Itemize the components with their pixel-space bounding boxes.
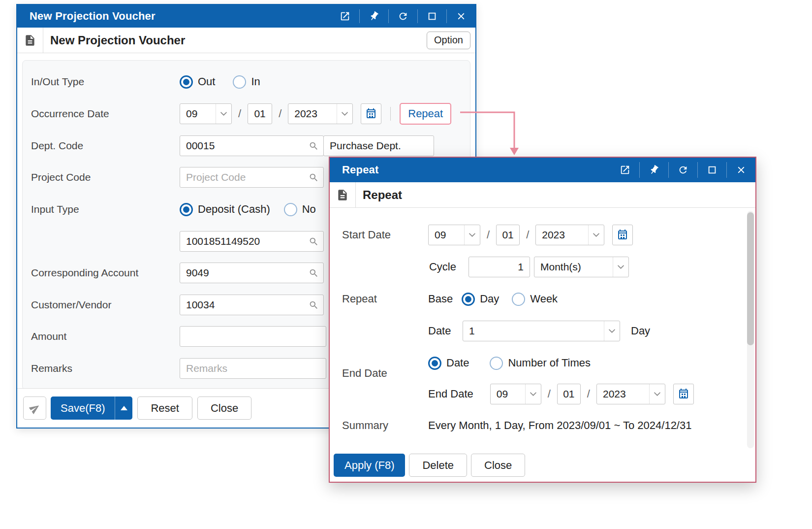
date-separator: / bbox=[487, 229, 490, 241]
remarks-placeholder: Remarks bbox=[186, 363, 227, 374]
apply-button[interactable]: Apply (F8) bbox=[334, 454, 405, 477]
occurrence-month-select[interactable]: 09 bbox=[180, 103, 232, 124]
date-separator: / bbox=[587, 388, 590, 400]
search-icon[interactable] bbox=[304, 141, 323, 151]
input-type-row: Input Type Deposit (Cash) No bbox=[31, 199, 316, 220]
search-icon[interactable] bbox=[304, 172, 323, 183]
end-month-value: 09 bbox=[491, 388, 525, 400]
occurrence-day-input[interactable]: 01 bbox=[248, 103, 272, 124]
voucher-close-button[interactable]: Close bbox=[197, 397, 251, 420]
reset-button[interactable]: Reset bbox=[137, 397, 192, 420]
project-code-input[interactable]: Project Code bbox=[180, 167, 324, 188]
repeat-page-title: Repeat bbox=[356, 188, 755, 202]
delete-button[interactable]: Delete bbox=[409, 454, 467, 477]
calendar-icon bbox=[678, 388, 689, 400]
remarks-input[interactable]: Remarks bbox=[180, 358, 326, 379]
pin-button[interactable] bbox=[359, 5, 388, 28]
start-year-select[interactable]: 2023 bbox=[535, 225, 604, 245]
start-year-value: 2023 bbox=[536, 229, 588, 241]
date-label: Date bbox=[428, 325, 453, 337]
occurrence-year-value: 2023 bbox=[288, 108, 337, 120]
in-radio[interactable]: In bbox=[233, 75, 260, 89]
radio-circle bbox=[428, 357, 441, 370]
end-date-label: End Date bbox=[428, 388, 473, 400]
maximize-button[interactable] bbox=[417, 5, 446, 28]
occurrence-day-value: 01 bbox=[254, 108, 265, 120]
save-button[interactable]: Save(F8) bbox=[51, 397, 132, 420]
save-button-label: Save(F8) bbox=[51, 397, 115, 420]
summary-row: Summary Every Month, 1 Day, From 2023/09… bbox=[342, 415, 691, 436]
project-code-label: Project Code bbox=[31, 171, 180, 183]
end-year-select[interactable]: 2023 bbox=[596, 384, 665, 404]
chevron-down-icon bbox=[525, 384, 541, 404]
cash-account-value: 1001851149520 bbox=[180, 235, 304, 247]
corresponding-account-input[interactable]: 9049 bbox=[180, 263, 324, 283]
open-in-new-button[interactable] bbox=[610, 158, 639, 182]
document-icon-glyph bbox=[336, 189, 349, 201]
caret-up-icon[interactable] bbox=[115, 397, 132, 420]
end-by-times-radio[interactable]: Number of Times bbox=[490, 357, 591, 370]
repeat-button[interactable]: Repeat bbox=[400, 103, 451, 125]
deposit-cash-radio[interactable]: Deposit (Cash) bbox=[180, 203, 270, 216]
search-icon[interactable] bbox=[304, 300, 323, 310]
dept-code-input[interactable]: 00015 bbox=[180, 135, 324, 156]
maximize-button[interactable] bbox=[697, 158, 726, 182]
repeat-close-button[interactable]: Close bbox=[471, 454, 525, 477]
summary-label: Summary bbox=[342, 419, 428, 432]
in-radio-label: In bbox=[251, 75, 260, 88]
search-icon[interactable] bbox=[304, 236, 323, 247]
project-code-placeholder: Project Code bbox=[180, 171, 304, 183]
end-calendar-button[interactable] bbox=[673, 384, 694, 404]
open-in-new-icon bbox=[340, 11, 350, 22]
start-day-input[interactable]: 01 bbox=[496, 225, 520, 245]
end-day-input[interactable]: 01 bbox=[557, 384, 581, 404]
search-icon[interactable] bbox=[304, 268, 323, 278]
refresh-icon bbox=[678, 165, 688, 175]
voucher-titlebar-actions bbox=[330, 5, 475, 28]
input-type-second-radio[interactable]: No bbox=[284, 203, 316, 216]
cycle-unit-value: Month(s) bbox=[534, 261, 613, 273]
open-in-new-button[interactable] bbox=[330, 5, 359, 28]
dialog-scrollbar-thumb[interactable] bbox=[747, 212, 754, 345]
base-day-radio[interactable]: Day bbox=[462, 293, 499, 306]
send-button[interactable] bbox=[23, 397, 46, 420]
close-button[interactable] bbox=[726, 158, 755, 182]
customer-vendor-input[interactable]: 10034 bbox=[180, 295, 324, 315]
end-by-date-radio[interactable]: Date bbox=[428, 357, 469, 370]
customer-vendor-row: Customer/Vendor 10034 bbox=[31, 295, 324, 315]
calendar-icon bbox=[617, 229, 628, 241]
occurrence-month-value: 09 bbox=[180, 108, 216, 120]
voucher-header: New Projection Voucher Option bbox=[17, 28, 475, 53]
cycle-input[interactable]: 1 bbox=[468, 257, 530, 277]
out-radio[interactable]: Out bbox=[180, 75, 215, 89]
amount-input[interactable] bbox=[180, 326, 326, 347]
close-button[interactable] bbox=[446, 5, 475, 28]
start-calendar-button[interactable] bbox=[612, 225, 633, 245]
end-date-row: End Date 09 / 01 / 2023 bbox=[342, 383, 694, 405]
cycle-unit-select[interactable]: Month(s) bbox=[534, 257, 629, 277]
cash-account-input[interactable]: 1001851149520 bbox=[180, 231, 324, 252]
chevron-down-icon bbox=[649, 384, 665, 404]
dept-code-value: 00015 bbox=[180, 140, 304, 152]
end-month-select[interactable]: 09 bbox=[490, 384, 541, 404]
refresh-button[interactable] bbox=[388, 5, 417, 28]
occurrence-year-select[interactable]: 2023 bbox=[288, 103, 353, 124]
start-month-select[interactable]: 09 bbox=[428, 225, 480, 245]
option-button[interactable]: Option bbox=[427, 32, 470, 49]
chevron-down-icon bbox=[337, 104, 352, 124]
refresh-button[interactable] bbox=[668, 158, 697, 182]
base-week-radio[interactable]: Week bbox=[512, 293, 558, 306]
repeat-date-select[interactable]: 1 bbox=[463, 321, 620, 341]
start-month-value: 09 bbox=[429, 229, 464, 241]
occurrence-calendar-button[interactable] bbox=[361, 103, 381, 124]
dept-code-row: Dept. Code 00015 Purchase Dept. bbox=[31, 135, 434, 156]
repeat-date-value: 1 bbox=[463, 325, 604, 337]
pin-button[interactable] bbox=[639, 158, 668, 182]
repeat-dialog: Repeat Repeat Start Date 09 / 01 / 2023 bbox=[329, 157, 756, 483]
input-type-second-radio-label: No bbox=[302, 203, 316, 216]
date-separator: / bbox=[548, 388, 551, 400]
amount-label: Amount bbox=[31, 331, 180, 342]
repeat-flow-arrow bbox=[455, 104, 529, 164]
repeat-footer: Apply (F8) Delete Close bbox=[334, 454, 525, 477]
document-icon bbox=[330, 182, 356, 207]
